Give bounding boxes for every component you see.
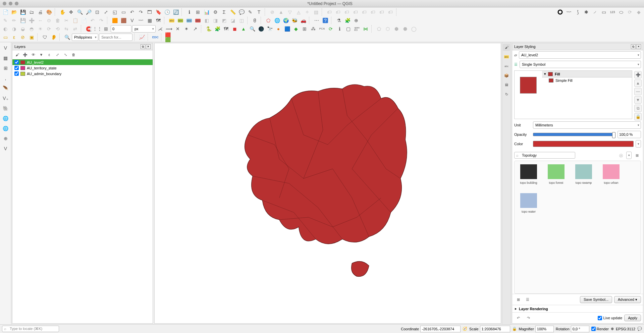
diagrams-tab-icon[interactable]: 🏛 bbox=[503, 81, 510, 89]
plugins-icon[interactable]: 🧩 bbox=[213, 25, 221, 33]
panel-undock-icon[interactable]: ⧉ bbox=[141, 44, 145, 49]
zoom-in-icon[interactable]: 🔍 bbox=[76, 8, 84, 16]
opacity-input[interactable] bbox=[618, 131, 641, 138]
map-tips-icon[interactable]: 💬 bbox=[237, 8, 246, 16]
pca-icon[interactable]: PCA bbox=[318, 25, 326, 33]
advanced-button[interactable]: Advanced ▾ bbox=[614, 296, 641, 303]
nominatim-search-input[interactable] bbox=[99, 34, 132, 41]
grid-color-icon[interactable]: 🟦 bbox=[283, 25, 291, 33]
topo-trace-icon[interactable]: ⟿ bbox=[165, 25, 173, 33]
graph-icon[interactable]: 📈 bbox=[138, 33, 146, 41]
zoom-full-icon[interactable]: ⤢ bbox=[102, 8, 110, 16]
masks-tab-icon[interactable]: abc bbox=[503, 62, 510, 70]
close-window-icon[interactable] bbox=[3, 2, 6, 5]
layout-manager-icon[interactable]: 🖨 bbox=[36, 8, 44, 16]
grid-blue-icon[interactable]: ⊞ bbox=[301, 25, 309, 33]
cluster-icon[interactable]: ⁂ bbox=[309, 25, 317, 33]
move-up-icon[interactable]: — bbox=[634, 88, 642, 95]
render-checkbox[interactable]: Render bbox=[591, 327, 609, 331]
add-virtual-icon[interactable]: V₊ bbox=[1, 94, 10, 103]
layer-style-icon[interactable]: 🖌 bbox=[14, 51, 20, 58]
swatch-item[interactable]: topo swamp bbox=[574, 164, 593, 184]
history-tab-icon[interactable]: ↻ bbox=[503, 91, 510, 98]
layer-collapse-icon[interactable]: ⤡ bbox=[62, 51, 69, 58]
opacity-slider[interactable] bbox=[533, 133, 615, 136]
globe-dark-icon[interactable]: 🌑 bbox=[257, 25, 265, 33]
label-abc-yellow-icon[interactable]: abc bbox=[168, 16, 176, 24]
deselect-icon[interactable]: ⊘ bbox=[19, 33, 27, 41]
shape-num-icon[interactable]: 123 bbox=[608, 8, 616, 16]
topo-x-icon[interactable]: ✕ bbox=[174, 25, 182, 33]
symbol-mode-select[interactable]: Single Symbol bbox=[520, 61, 641, 68]
refresh-icon[interactable]: 🔄 bbox=[172, 8, 180, 16]
layer-expand-icon[interactable]: ⤢ bbox=[54, 51, 61, 58]
zoom-selection-icon[interactable]: ◱ bbox=[111, 8, 119, 16]
zoom-last-icon[interactable]: ↶ bbox=[128, 8, 136, 16]
label-abc-red-icon[interactable]: abc bbox=[194, 16, 202, 24]
color-dropdown-icon[interactable] bbox=[636, 140, 641, 148]
simple-fill-row[interactable]: Simple Fill bbox=[542, 77, 632, 84]
color-picker[interactable] bbox=[533, 141, 634, 147]
3d-tab-icon[interactable]: 📦 bbox=[503, 72, 510, 79]
coordinate-input[interactable] bbox=[420, 326, 461, 332]
add-vector-layer-icon[interactable]: V bbox=[1, 44, 10, 52]
map-canvas[interactable] bbox=[154, 43, 501, 324]
lock-icon[interactable]: 🔒 bbox=[634, 113, 642, 120]
label-abc-green-icon[interactable]: abc bbox=[176, 16, 184, 24]
snap-tolerance-input[interactable] bbox=[111, 25, 131, 33]
open-project-icon[interactable]: 📂 bbox=[10, 8, 18, 16]
info-green-icon[interactable]: ℹ bbox=[335, 25, 343, 33]
remove-symbol-layer-icon[interactable]: ▲ bbox=[634, 79, 642, 87]
save-project-icon[interactable]: 💾 bbox=[19, 8, 27, 16]
field-calc-icon[interactable]: 📊 bbox=[203, 8, 211, 16]
snap-magnet-icon[interactable]: 🧲 bbox=[85, 25, 93, 33]
help-icon[interactable]: ? bbox=[321, 16, 329, 24]
scale-lock-icon[interactable]: 🔒 bbox=[512, 327, 517, 331]
swatch-item[interactable]: topo urban bbox=[602, 164, 621, 184]
crs-icon[interactable]: ⊕ bbox=[611, 327, 614, 331]
plugin-b-icon[interactable]: 🧩 bbox=[343, 16, 352, 24]
nominatim-region-select[interactable]: Philippines bbox=[72, 34, 98, 41]
move-down-icon[interactable]: ▼ bbox=[634, 96, 642, 104]
rotation-input[interactable] bbox=[571, 326, 589, 332]
edc-icon[interactable]: EDC bbox=[151, 33, 159, 41]
select-rect-icon[interactable]: ▭ bbox=[1, 33, 9, 41]
cat-grid-icon[interactable]: ⊞ bbox=[514, 295, 522, 303]
new-vector-icon[interactable]: V bbox=[1, 144, 10, 153]
new-spatialite-icon[interactable]: 〰 bbox=[137, 16, 145, 24]
layer-visibility-checkbox[interactable] bbox=[14, 71, 19, 76]
text-annotation-icon[interactable]: T bbox=[255, 8, 263, 16]
add-delimited-icon[interactable]: , bbox=[1, 74, 10, 82]
swatch-item[interactable]: topo building bbox=[519, 164, 538, 184]
snap-vertex-icon[interactable]: ⋮⋮ bbox=[93, 25, 101, 33]
topo-arrow-icon[interactable]: ↗ bbox=[191, 25, 199, 33]
shape-ring-icon[interactable] bbox=[556, 8, 564, 16]
add-wfs-icon[interactable]: 🌐 bbox=[1, 124, 10, 133]
symbology-tab-icon[interactable]: 🖌 bbox=[503, 44, 510, 51]
db-manager-icon[interactable]: 🛢 bbox=[251, 16, 259, 24]
add-xyz-icon[interactable]: ⊕ bbox=[1, 134, 10, 143]
processing-icon[interactable]: ⚙ bbox=[211, 8, 219, 16]
snap-grid-icon[interactable]: ⊞ bbox=[102, 25, 110, 33]
layer-remove-icon[interactable]: 🗑 bbox=[70, 51, 77, 58]
unit-select[interactable]: Millimeters bbox=[533, 121, 641, 129]
cat-list-icon[interactable]: ☰ bbox=[524, 295, 532, 303]
reload-green-icon[interactable]: ⟳ bbox=[327, 25, 335, 33]
orange-dot-icon[interactable]: ● bbox=[274, 25, 282, 33]
snap-unit-select[interactable]: px bbox=[132, 25, 156, 33]
binoculars-icon[interactable]: 🔭 bbox=[266, 25, 274, 33]
crosshair-icon[interactable]: ⊕ bbox=[352, 16, 360, 24]
add-spatialite-icon[interactable]: 🪶 bbox=[1, 84, 10, 93]
label-abc-blue-icon[interactable]: abc bbox=[185, 16, 193, 24]
zoom-window-icon[interactable] bbox=[15, 2, 18, 5]
panel-close-icon[interactable]: ✕ bbox=[146, 44, 151, 49]
layer-row[interactable]: AU_level2 bbox=[12, 59, 153, 65]
magnifier-input[interactable] bbox=[535, 326, 554, 332]
layer-visibility-icon[interactable]: 👁 bbox=[30, 51, 37, 58]
add-postgis-icon[interactable]: 🐘 bbox=[1, 104, 10, 113]
crs-label[interactable]: EPSG:3112 bbox=[616, 327, 635, 331]
swatch-item[interactable]: topo forest bbox=[547, 164, 566, 184]
geom-poly-icon[interactable]: ⬠ bbox=[264, 16, 272, 24]
ear-icon[interactable]: 👂 bbox=[50, 33, 58, 41]
add-symbol-layer-icon[interactable]: ➕ bbox=[634, 71, 642, 78]
